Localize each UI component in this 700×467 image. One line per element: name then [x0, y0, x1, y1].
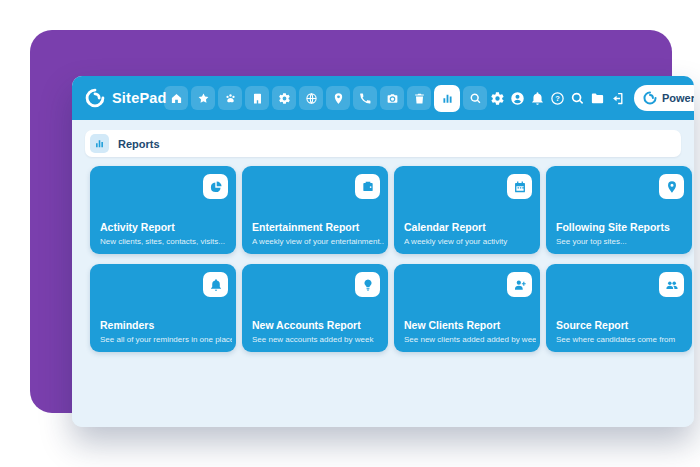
svg-text:?: ?	[555, 94, 560, 103]
card-icon-chip	[355, 272, 380, 297]
report-card-activity-report[interactable]: Activity ReportNew clients, sites, conta…	[90, 166, 236, 254]
gear-icon	[278, 92, 291, 105]
card-title: Reminders	[100, 319, 154, 331]
bar-chart-icon	[94, 138, 105, 149]
card-icon-chip	[507, 174, 532, 199]
report-card-reminders[interactable]: RemindersSee all of your reminders in on…	[90, 264, 236, 352]
card-icon-chip	[659, 272, 684, 297]
card-icon-chip	[203, 174, 228, 199]
toolbar-button-gear[interactable]	[272, 86, 296, 110]
star-icon	[197, 92, 210, 105]
report-card-source-report[interactable]: Source ReportSee where candidates come f…	[546, 264, 692, 352]
folder-icon[interactable]	[590, 91, 605, 106]
account-icon[interactable]	[510, 91, 525, 106]
search-icon[interactable]	[570, 91, 585, 106]
paw-icon	[224, 92, 237, 105]
globe-icon	[305, 92, 318, 105]
card-subtitle: See new clients added added by week	[404, 335, 536, 344]
card-title: New Clients Report	[404, 319, 500, 331]
pin-icon	[332, 92, 345, 105]
card-title: Entertainment Report	[252, 221, 359, 233]
toolbar-buttons	[164, 86, 487, 112]
bar-chart-icon	[441, 92, 454, 105]
card-subtitle: New clients, sites, contacts, visits...	[100, 237, 232, 246]
swirl-icon	[643, 91, 657, 105]
bell-icon	[209, 278, 223, 292]
top-toolbar: SitePad ? Powerdash	[72, 76, 694, 120]
powerdash-label: Powerdash	[662, 92, 694, 104]
report-card-entertainment-report[interactable]: Entertainment ReportA weekly view of you…	[242, 166, 388, 254]
card-subtitle: See new accounts added by week	[252, 335, 384, 344]
pin-icon	[665, 180, 679, 194]
toolbar-button-phone[interactable]	[353, 86, 377, 110]
phone-icon	[359, 92, 372, 105]
report-card-new-clients-report[interactable]: New Clients ReportSee new clients added …	[394, 264, 540, 352]
header-right-icons: ?	[490, 91, 625, 106]
brand[interactable]: SitePad	[85, 76, 167, 120]
toolbar-button-bar-chart[interactable]	[434, 85, 460, 112]
toolbar-button-star[interactable]	[191, 86, 215, 110]
toolbar-button-globe[interactable]	[299, 86, 323, 110]
toolbar-button-camera[interactable]	[380, 86, 404, 110]
toolbar-button-home[interactable]	[164, 86, 188, 110]
people-icon	[665, 278, 679, 292]
card-title: Calendar Report	[404, 221, 486, 233]
trash-icon	[413, 92, 426, 105]
report-card-new-accounts-report[interactable]: New Accounts ReportSee new accounts adde…	[242, 264, 388, 352]
page-title: Reports	[118, 138, 160, 150]
breadcrumb-icon-chip	[90, 134, 109, 153]
card-subtitle: A weekly view of your activity	[404, 237, 536, 246]
report-card-following-site-reports[interactable]: Following Site ReportsSee your top sites…	[546, 166, 692, 254]
toolbar-button-pin[interactable]	[326, 86, 350, 110]
search-icon	[469, 92, 482, 105]
lightbulb-icon	[361, 278, 375, 292]
card-title: Source Report	[556, 319, 628, 331]
powerdash-button[interactable]: Powerdash	[634, 85, 694, 111]
door-icon	[251, 92, 264, 105]
app-window: Reports Activity ReportNew clients, site…	[72, 76, 694, 427]
reports-grid: Activity ReportNew clients, sites, conta…	[90, 166, 692, 352]
camera-icon	[386, 92, 399, 105]
content-area: Reports Activity ReportNew clients, site…	[72, 120, 694, 427]
home-icon	[170, 92, 183, 105]
card-subtitle: A weekly view of your entertainment...	[252, 237, 384, 246]
help-icon[interactable]: ?	[550, 91, 565, 106]
brand-name: SitePad	[112, 90, 167, 106]
card-subtitle: See where candidates come from	[556, 335, 688, 344]
pie-icon	[209, 180, 223, 194]
swirl-icon	[85, 88, 105, 108]
card-subtitle: See your top sites...	[556, 237, 688, 246]
person-add-icon	[513, 278, 527, 292]
breadcrumb: Reports	[85, 130, 681, 157]
card-icon-chip	[659, 174, 684, 199]
card-icon-chip	[203, 272, 228, 297]
card-title: New Accounts Report	[252, 319, 361, 331]
report-card-calendar-report[interactable]: Calendar ReportA weekly view of your act…	[394, 166, 540, 254]
card-icon-chip	[355, 174, 380, 199]
toolbar-button-trash[interactable]	[407, 86, 431, 110]
card-title: Following Site Reports	[556, 221, 670, 233]
toolbar-button-door[interactable]	[245, 86, 269, 110]
logout-icon[interactable]	[610, 91, 625, 106]
card-subtitle: See all of your reminders in one place..…	[100, 335, 232, 344]
toolbar-button-search[interactable]	[463, 86, 487, 110]
settings-icon[interactable]	[490, 91, 505, 106]
wallet-icon	[361, 180, 375, 194]
card-title: Activity Report	[100, 221, 175, 233]
calendar-icon	[513, 180, 527, 194]
bell-icon[interactable]	[530, 91, 545, 106]
card-icon-chip	[507, 272, 532, 297]
toolbar-button-paw[interactable]	[218, 86, 242, 110]
